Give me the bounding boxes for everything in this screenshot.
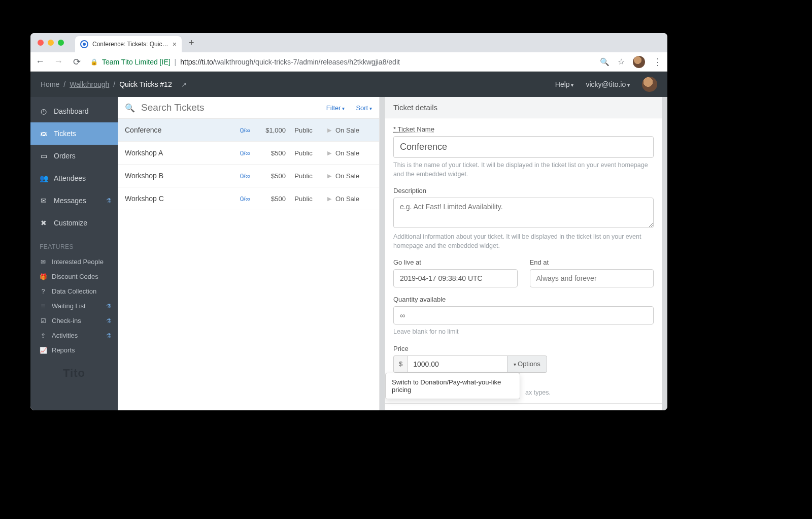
features-heading: FEATURES (30, 234, 118, 254)
address-bar: ← → ⟳ 🔒 Team Tito Limited [IE] | https:/… (30, 52, 667, 72)
ticket-detail-panel: Ticket details Ticket Name This is the n… (385, 97, 662, 410)
sidebar-item-attendees[interactable]: 👥 Attendees (30, 167, 118, 189)
panel-header: Ticket details (385, 97, 662, 118)
activities-icon: ⇪ (40, 332, 47, 339)
reports-icon: 📈 (40, 347, 47, 354)
quantity-input[interactable] (393, 306, 654, 325)
ticket-name-hint: This is the name of your ticket. It will… (393, 161, 654, 179)
feature-waiting-list[interactable]: ≣ Waiting List ⚗ (30, 299, 118, 313)
check-icon: ☑ (40, 317, 47, 325)
gift-icon: 🎁 (40, 273, 47, 280)
ticket-row[interactable]: Conference 0/∞ $1,000 Public ▶On Sale (118, 119, 379, 142)
url-field[interactable]: 🔒 Team Tito Limited [IE] | https://ti.to… (90, 58, 591, 66)
currency-symbol: $ (393, 355, 408, 373)
attendees-icon: 👥 (40, 174, 48, 182)
price-options-button[interactable]: Options (507, 355, 547, 373)
tab-title: Conference: Tickets: Quick Tri (92, 41, 168, 48)
feature-reports[interactable]: 📈 Reports (30, 343, 118, 358)
favicon-icon (80, 40, 88, 48)
window-controls (30, 40, 71, 46)
filter-button[interactable]: Filter (326, 104, 345, 112)
donation-pricing-option[interactable]: Switch to Donation/Pay-what-you-like pri… (385, 373, 520, 399)
beta-icon: ⚗ (106, 303, 112, 310)
beta-icon: ⚗ (106, 317, 112, 325)
search-icon: 🔍 (125, 103, 135, 113)
sidebar-item-dashboard[interactable]: ◷ Dashboard (30, 100, 118, 122)
external-link-icon[interactable]: ↗ (181, 81, 187, 88)
end-at-label: End at (530, 258, 654, 266)
sidebar-item-label: Orders (54, 152, 76, 160)
browser-tab[interactable]: Conference: Tickets: Quick Tri × (75, 36, 182, 52)
description-input[interactable] (393, 198, 654, 228)
sidebar-item-orders[interactable]: ▭ Orders (30, 145, 118, 167)
orders-icon: ▭ (40, 152, 48, 160)
back-button[interactable]: ← (36, 56, 45, 67)
tab-bar: Conference: Tickets: Quick Tri × + (30, 33, 667, 52)
ticket-list-panel: 🔍 Filter Sort Conference 0/∞ $1,000 Publ… (118, 97, 380, 410)
description-label: Description (393, 187, 654, 194)
feature-check-ins[interactable]: ☑ Check-ins ⚗ (30, 313, 118, 328)
tickets-icon: 🎟 (40, 129, 48, 138)
profile-avatar-icon[interactable] (633, 56, 645, 68)
breadcrumb: Home / Walkthrough / Quick Tricks #12 ↗ (41, 80, 187, 88)
minimize-window-icon[interactable] (48, 40, 54, 46)
close-window-icon[interactable] (38, 40, 44, 46)
bookmark-icon[interactable]: ☆ (618, 57, 625, 67)
messages-icon: ✉ (40, 197, 48, 205)
search-icon[interactable]: 🔍 (600, 57, 610, 67)
cancel-button[interactable]: Cancel (436, 410, 476, 411)
ticket-name-input[interactable] (393, 136, 654, 158)
ticket-name-label: Ticket Name (393, 125, 654, 133)
customize-icon: ✖ (40, 219, 48, 227)
lock-icon: 🔒 (90, 58, 98, 66)
search-input[interactable] (141, 102, 315, 113)
go-live-label: Go live at (393, 258, 518, 266)
save-button[interactable]: Save (393, 410, 430, 411)
sidebar-item-label: Dashboard (54, 107, 89, 115)
breadcrumb-event: Quick Tricks #12 (119, 80, 172, 88)
sidebar: ◷ Dashboard 🎟 Tickets ▭ Orders 👥 Attende… (30, 97, 118, 410)
ticket-row[interactable]: Workshop C 0/∞ $500 Public ▶On Sale (118, 187, 379, 210)
help-menu[interactable]: Help (555, 80, 574, 88)
end-at-input[interactable] (530, 269, 654, 287)
tax-hint: ax types. (525, 389, 654, 396)
feature-data-collection[interactable]: ? Data Collection (30, 284, 118, 299)
go-live-input[interactable] (393, 269, 518, 287)
price-options-popover: Switch to Donation/Pay-what-you-like pri… (385, 373, 520, 399)
beta-icon: ⚗ (106, 332, 112, 339)
breadcrumb-home[interactable]: Home (41, 80, 59, 88)
play-icon: ▶ (327, 196, 331, 202)
question-icon: ? (40, 288, 47, 295)
dashboard-icon: ◷ (40, 107, 48, 115)
sidebar-item-customize[interactable]: ✖ Customize (30, 212, 118, 234)
feature-discount-codes[interactable]: 🎁 Discount Codes (30, 269, 118, 284)
new-tab-button[interactable]: + (189, 38, 194, 48)
quantity-label: Quantity available (393, 296, 654, 303)
close-tab-icon[interactable]: × (173, 40, 177, 48)
user-menu[interactable]: vicky@tito.io (586, 80, 630, 88)
sidebar-item-tickets[interactable]: 🎟 Tickets (30, 122, 118, 145)
price-label: Price (393, 345, 654, 352)
ticket-row[interactable]: Workshop B 0/∞ $500 Public ▶On Sale (118, 165, 379, 187)
feature-activities[interactable]: ⇪ Activities ⚗ (30, 328, 118, 343)
play-icon: ▶ (327, 150, 331, 156)
breadcrumb-account[interactable]: Walkthrough (70, 80, 109, 88)
sidebar-item-label: Messages (54, 197, 86, 205)
maximize-window-icon[interactable] (58, 40, 64, 46)
play-icon: ▶ (327, 173, 331, 179)
forward-button[interactable]: → (54, 56, 63, 67)
reload-button[interactable]: ⟳ (72, 56, 81, 68)
ticket-row[interactable]: Workshop A 0/∞ $500 Public ▶On Sale (118, 142, 379, 165)
envelope-icon: ✉ (40, 258, 47, 266)
price-input[interactable] (408, 355, 507, 373)
list-icon: ≣ (40, 303, 47, 310)
sidebar-item-messages[interactable]: ✉ Messages ⚗ (30, 189, 118, 212)
feature-interested-people[interactable]: ✉ Interested People (30, 254, 118, 269)
beta-icon: ⚗ (106, 197, 112, 204)
user-avatar-icon[interactable] (642, 77, 657, 92)
sort-button[interactable]: Sort (356, 104, 372, 112)
quantity-hint: Leave blank for no limit (393, 328, 654, 337)
brand-logo: Tito (30, 358, 118, 389)
browser-menu-icon[interactable]: ⋮ (653, 56, 662, 68)
description-hint: Additional information about your ticket… (393, 233, 654, 250)
